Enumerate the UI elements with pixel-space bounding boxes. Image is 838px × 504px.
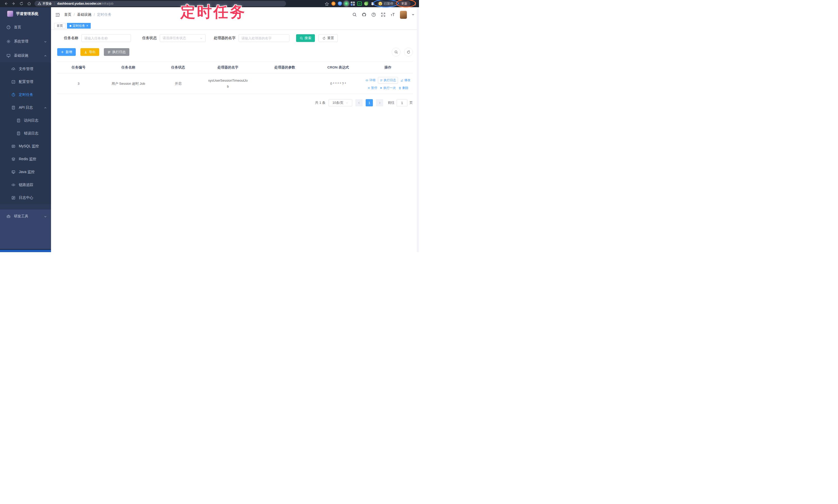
jobs-table: 任务编号 任务名称 任务状态 处理器的名字 处理器的参数 CRON 表达式 操作… (57, 61, 413, 94)
search-button[interactable]: 搜索 (296, 34, 315, 42)
user-menu-caret-icon[interactable] (412, 14, 414, 17)
cell-job-status: 开启 (157, 73, 199, 94)
annotation-overlay-title: 定时任务 (180, 2, 246, 22)
gear-icon (6, 39, 11, 43)
app-logo[interactable]: 芋道管理系统 (0, 7, 51, 20)
page-number-1[interactable]: 1 (366, 99, 373, 106)
reset-button[interactable]: 重置 (318, 34, 338, 42)
search-icon[interactable] (352, 12, 357, 17)
chevron-down-icon (44, 214, 47, 218)
action-edit[interactable]: 修改 (400, 78, 411, 83)
java-monitor-icon (11, 170, 15, 174)
sidebar-item-file-management[interactable]: 文件管理 (0, 62, 51, 75)
col-job-status: 任务状态 (157, 62, 199, 73)
cell-handler-params (257, 73, 313, 94)
sidebar-item-access-log[interactable]: 访问日志 (0, 114, 51, 127)
page-size-select[interactable]: 10条/页 (329, 99, 352, 106)
pagination: 共 1 条 10条/页 1 前往 页 (57, 99, 413, 106)
col-job-id: 任务编号 (57, 62, 100, 73)
sidebar-item-dev-tools[interactable]: 研发工具 (0, 210, 51, 223)
sidebar-item-mysql-monitor[interactable]: MySQL 监控 (0, 140, 51, 153)
handler-name-input[interactable] (239, 34, 290, 42)
col-actions: 操作 (363, 62, 413, 73)
extension-orange-icon[interactable] (331, 2, 335, 6)
browser-reload-icon[interactable] (19, 1, 24, 6)
sidebar-item-config-management[interactable]: 配置管理 (0, 75, 51, 88)
logo-avatar (7, 11, 13, 17)
sidebar-item-error-log[interactable]: 错误日志 (0, 127, 51, 140)
bookmark-star-icon[interactable] (325, 2, 329, 6)
extension-grid-icon[interactable] (351, 2, 355, 6)
refresh-button[interactable] (404, 48, 413, 56)
breadcrumb-infra[interactable]: 基础设施 (77, 12, 91, 17)
sidebar-item-redis-monitor[interactable]: Redis 监控 (0, 153, 51, 166)
job-status-label: 任务状态 (142, 36, 157, 40)
tab-scheduled-jobs[interactable]: 定时任务 × (67, 23, 91, 29)
action-exec-log[interactable]: 执行日志 (378, 77, 398, 84)
job-status-select[interactable]: 请选择任务状态 (160, 34, 206, 42)
fullscreen-icon[interactable] (381, 12, 385, 17)
sidebar-toggle-icon[interactable] (55, 12, 60, 17)
cell-job-name: 用户 Session 超时 Job (100, 73, 157, 94)
extension-blue-icon[interactable] (338, 2, 342, 6)
next-page-button[interactable] (376, 99, 383, 106)
access-log-icon (17, 119, 21, 123)
font-size-icon[interactable] (390, 12, 395, 17)
cell-handler-name: sysUserSessionTimeoutJob (199, 73, 257, 94)
table-header-row: 任务编号 任务名称 任务状态 处理器的名字 处理器的参数 CRON 表达式 操作 (57, 62, 413, 73)
sidebar-item-api-log[interactable]: API 日志 (0, 101, 51, 114)
sidebar-item-log-center[interactable]: 日志中心 (0, 191, 51, 204)
export-button[interactable]: 导出 (81, 48, 99, 56)
sidebar-item-system[interactable]: 系统管理 (0, 34, 51, 49)
exec-log-button[interactable]: 执行日志 (104, 48, 129, 56)
extension-green-icon[interactable] (344, 2, 348, 6)
tab-close-icon[interactable]: × (86, 24, 88, 27)
tab-home[interactable]: 首页 (54, 23, 66, 29)
pagination-total: 共 1 条 (315, 101, 326, 105)
sidebar-item-scheduled-jobs[interactable]: 定时任务 (0, 88, 51, 101)
action-detail[interactable]: 详细 (365, 78, 376, 83)
sidebar-item-tracing[interactable]: 链路追踪 (0, 179, 51, 191)
help-icon[interactable] (371, 12, 376, 17)
security-warning[interactable]: 不安全 (38, 2, 52, 6)
sidebar-bottom-strip (0, 250, 51, 252)
toggle-search-button[interactable] (392, 48, 400, 56)
goto-label: 前往 (388, 101, 395, 105)
browser-home-icon[interactable] (27, 1, 32, 6)
chevron-down-icon (200, 36, 203, 40)
cloud-upload-icon (11, 67, 15, 71)
col-handler-name: 处理器的名字 (199, 62, 257, 73)
browser-back-icon[interactable] (4, 1, 8, 6)
job-name-label: 任务名称 (64, 36, 78, 40)
col-cron: CRON 表达式 (313, 62, 363, 73)
chevron-up-icon (44, 106, 47, 110)
browser-forward-icon[interactable] (11, 1, 16, 6)
url-host: dashboard.yudao.iocoder.cn (57, 2, 101, 5)
cell-job-id: 3 (57, 73, 100, 94)
goto-page-suffix: 页 (409, 101, 413, 105)
log-doc-icon (11, 106, 15, 110)
breadcrumb-home[interactable]: 首页 (64, 12, 71, 17)
address-bar[interactable]: 不安全 dashboard.yudao.iocoder.cn/infra/job (35, 1, 286, 6)
dashboard-icon (6, 25, 11, 29)
edit-square-icon (11, 80, 15, 84)
url-path: /infra/job (101, 2, 114, 5)
user-avatar[interactable] (400, 11, 407, 19)
goto-page-input[interactable] (397, 99, 407, 106)
filter-form: 任务名称 任务状态 请选择任务状态 处理器的名字 搜索 重置 (57, 34, 413, 42)
action-delete[interactable]: 删除 (398, 86, 408, 90)
col-handler-params: 处理器的参数 (257, 62, 313, 73)
action-run-once[interactable]: 执行一次 (380, 86, 396, 90)
page-scrollbar[interactable] (417, 7, 419, 252)
breadcrumb-separator: / (94, 13, 95, 17)
github-icon[interactable] (362, 12, 366, 17)
action-pause[interactable]: 暂停 (367, 86, 377, 90)
prev-page-button[interactable] (355, 99, 363, 106)
sidebar-item-java-monitor[interactable]: Java 监控 (0, 166, 51, 179)
sidebar-item-infra[interactable]: 基础设施 (0, 49, 51, 62)
extension-leaf-icon[interactable] (364, 2, 368, 6)
add-button[interactable]: 新增 (57, 48, 76, 56)
extension-on-badge[interactable]: on (357, 2, 362, 6)
sidebar-item-home[interactable]: 首页 (0, 20, 51, 34)
job-name-input[interactable] (82, 34, 131, 42)
